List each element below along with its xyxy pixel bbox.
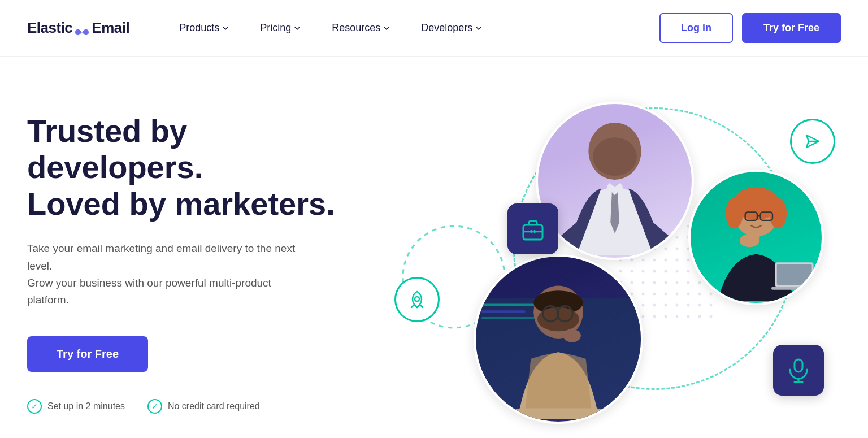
nav-item-resources[interactable]: Resources (316, 15, 405, 41)
badge-no-card: ✓ No credit card required (147, 399, 260, 414)
nav-item-pricing[interactable]: Pricing (244, 15, 316, 41)
login-button[interactable]: Log in (659, 13, 733, 43)
chevron-down-icon (223, 27, 228, 30)
svg-rect-8 (481, 317, 536, 319)
svg-rect-32 (795, 359, 802, 372)
brand-logo-icon (74, 23, 90, 32)
hero-content: Trusted by developers. Loved by marketer… (27, 90, 366, 414)
svg-point-4 (593, 137, 637, 176)
rocket-icon-circle (394, 277, 440, 322)
svg-point-35 (415, 297, 419, 301)
rocket-icon (406, 288, 428, 311)
hero-cta-button[interactable]: Try for Free (27, 336, 148, 372)
nav-try-button[interactable]: Try for Free (742, 13, 841, 43)
brand-name-part2: Email (92, 19, 129, 37)
hero-subtitle: Take your email marketing and email deli… (27, 240, 310, 309)
badge-setup: ✓ Set up in 2 minutes (27, 399, 125, 414)
chevron-down-icon (476, 27, 481, 30)
avatar-person-1 (536, 102, 694, 260)
microphone-icon (784, 356, 813, 384)
send-icon-circle (790, 119, 835, 164)
microphone-icon-card (773, 345, 824, 396)
briefcase-icon-card (507, 203, 558, 254)
svg-rect-7 (481, 310, 526, 313)
svg-point-27 (747, 232, 760, 240)
check-icon: ✓ (27, 399, 42, 414)
brand-logo[interactable]: Elastic Email (27, 19, 129, 37)
hero-section: Trusted by developers. Loved by marketer… (0, 57, 868, 438)
avatar-person-2 (474, 254, 643, 424)
svg-rect-25 (771, 287, 817, 290)
hero-title: Trusted by developers. Loved by marketer… (27, 113, 366, 222)
nav-item-developers[interactable]: Developers (405, 15, 497, 41)
nav-item-products[interactable]: Products (163, 15, 244, 41)
nav-links: Products Pricing Resources Developers (163, 15, 659, 41)
chevron-down-icon (294, 27, 300, 30)
svg-point-18 (726, 198, 743, 228)
hero-badges: ✓ Set up in 2 minutes ✓ No credit card r… (27, 399, 366, 414)
check-icon: ✓ (147, 399, 162, 414)
briefcase-icon (519, 215, 547, 243)
svg-point-15 (563, 329, 581, 342)
navbar: Elastic Email Products Pricing Resources (0, 0, 868, 57)
hero-illustration (366, 90, 841, 438)
send-icon (802, 131, 823, 152)
chevron-down-icon (384, 27, 389, 30)
nav-actions: Log in Try for Free (659, 13, 841, 43)
avatar-person-3 (688, 170, 824, 305)
svg-rect-24 (777, 264, 812, 285)
brand-name-part1: Elastic (27, 19, 72, 37)
